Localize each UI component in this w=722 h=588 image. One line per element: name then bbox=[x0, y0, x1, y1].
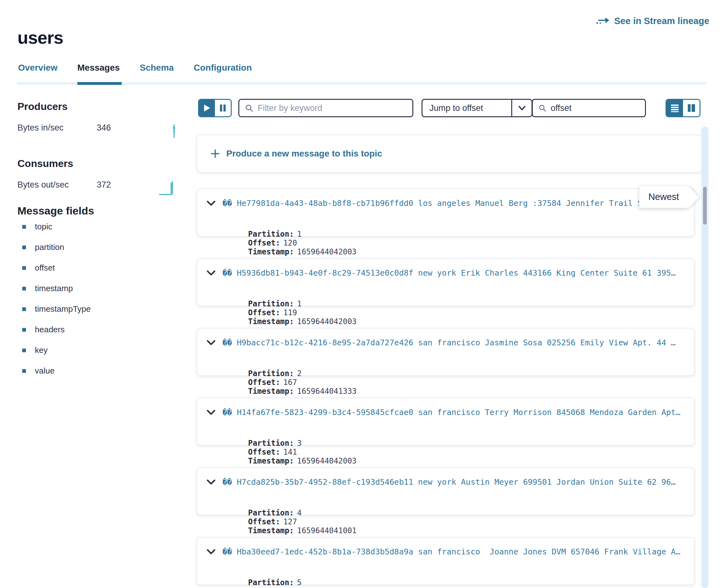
expand-chevron-icon[interactable] bbox=[207, 410, 215, 415]
timestamp-value: 1659644042003 bbox=[297, 457, 356, 465]
bytes-out-row: Bytes out/sec 372 bbox=[17, 180, 178, 197]
page-title: users bbox=[17, 27, 63, 48]
tab-overview[interactable]: Overview bbox=[18, 63, 58, 73]
bytes-out-value: 372 bbox=[97, 180, 111, 190]
field-item-partition[interactable]: partition bbox=[22, 243, 64, 252]
message-summary: �� Hba30eed7-1edc-452b-8b1a-738d3b5d8a9a… bbox=[223, 547, 680, 556]
view-mode-toggle bbox=[665, 99, 700, 117]
play-icon bbox=[203, 104, 211, 112]
message-row[interactable]: �� H9bacc71c-b12c-4216-8e95-2a7da727e426… bbox=[197, 328, 695, 376]
message-row[interactable]: �� Hba30eed7-1edc-452b-8b1a-738d3b5d8a9a… bbox=[197, 537, 695, 585]
lineage-link-label: See in Stream lineage bbox=[614, 16, 709, 26]
message-summary: �� H5936db81-b943-4e0f-8c29-74513e0c0d8f… bbox=[223, 268, 676, 277]
jump-to-offset-select[interactable]: Jump to offset bbox=[421, 99, 533, 117]
produce-message-button[interactable]: Produce a new message to this topic bbox=[197, 135, 702, 173]
filter-input-wrapper bbox=[238, 99, 413, 117]
message-summary: �� H7cda825b-35b7-4952-88ef-c193d546eb11… bbox=[223, 478, 676, 487]
tab-configuration[interactable]: Configuration bbox=[194, 63, 252, 73]
message-row[interactable]: �� H14fa67fe-5823-4299-b3c4-595845cfcae0… bbox=[197, 398, 695, 446]
offset-value: 120 bbox=[283, 238, 297, 248]
search-icon bbox=[538, 104, 546, 112]
message-meta: Partition:5 Offset:163 Timestamp:1659644… bbox=[221, 569, 375, 588]
offset-search-wrapper bbox=[532, 99, 646, 117]
pause-icon bbox=[219, 104, 226, 112]
stream-control-group bbox=[198, 99, 232, 117]
expand-chevron-icon[interactable] bbox=[207, 479, 215, 485]
timestamp-value: 1659644042003 bbox=[297, 317, 356, 326]
offset-value: 127 bbox=[283, 517, 297, 526]
message-summary: �� H9bacc71c-b12c-4216-8e95-2a7da727e426… bbox=[223, 338, 676, 347]
lineage-arrow-icon bbox=[596, 16, 610, 26]
field-item-offset[interactable]: offset bbox=[22, 263, 55, 273]
message-summary: �� H14fa67fe-5823-4299-b3c4-595845cfcae0… bbox=[223, 408, 680, 417]
filter-keyword-input[interactable] bbox=[258, 103, 407, 113]
field-bullet-icon bbox=[22, 246, 26, 249]
field-bullet-icon bbox=[22, 266, 26, 270]
field-bullet-icon bbox=[22, 287, 26, 291]
offset-value: 141 bbox=[283, 448, 297, 457]
chevron-down-icon bbox=[511, 100, 532, 116]
message-list-scrollbar[interactable] bbox=[701, 127, 708, 588]
list-view-icon bbox=[671, 104, 679, 112]
newest-position-tooltip: Newest bbox=[639, 185, 688, 208]
field-item-timestampType[interactable]: timestampType bbox=[22, 304, 91, 314]
tab-schema[interactable]: Schema bbox=[140, 63, 174, 73]
bytes-out-label: Bytes out/sec bbox=[17, 180, 97, 190]
field-item-timestamp[interactable]: timestamp bbox=[22, 284, 73, 293]
field-bullet-icon bbox=[22, 307, 26, 311]
jump-select-value: Jump to offset bbox=[422, 100, 511, 116]
tooltip-arrow bbox=[677, 186, 700, 208]
list-view-button[interactable] bbox=[666, 100, 683, 116]
partition-value: 5 bbox=[297, 578, 302, 587]
offset-search-input[interactable] bbox=[551, 103, 639, 113]
message-row[interactable]: �� He77981da-4a43-48ab-b8f8-cb71b96ffdd0… bbox=[197, 189, 695, 237]
partition-value: 4 bbox=[297, 508, 302, 517]
field-bullet-icon bbox=[22, 349, 26, 352]
field-item-key[interactable]: key bbox=[22, 345, 47, 355]
message-row[interactable]: �� H5936db81-b943-4e0f-8c29-74513e0c0d8f… bbox=[197, 258, 695, 306]
consumers-heading: Consumers bbox=[17, 158, 73, 169]
bytes-in-value: 346 bbox=[97, 123, 111, 133]
expand-chevron-icon[interactable] bbox=[207, 270, 215, 276]
producers-heading: Producers bbox=[17, 101, 67, 112]
field-bullet-icon bbox=[22, 328, 26, 332]
bytes-out-sparkline bbox=[159, 180, 178, 197]
scrollbar-thumb[interactable] bbox=[702, 186, 707, 225]
field-item-topic[interactable]: topic bbox=[22, 222, 52, 232]
partition-value: 1 bbox=[297, 299, 302, 308]
column-view-icon bbox=[687, 104, 696, 112]
field-item-headers[interactable]: headers bbox=[22, 325, 65, 335]
timestamp-value: 1659644041001 bbox=[297, 526, 356, 535]
partition-value: 3 bbox=[297, 439, 302, 448]
produce-message-label: Produce a new message to this topic bbox=[226, 149, 382, 159]
field-bullet-icon bbox=[22, 225, 26, 229]
offset-value: 119 bbox=[283, 308, 297, 317]
active-tab-indicator bbox=[77, 82, 122, 85]
bytes-in-row: Bytes in/sec 346 bbox=[17, 123, 178, 140]
tab-messages[interactable]: Messages bbox=[77, 63, 120, 73]
message-summary: �� He77981da-4a43-48ab-b8f8-cb71b96ffdd0… bbox=[223, 198, 642, 208]
topic-messages-page: users See in Stream lineage Overview Mes… bbox=[0, 0, 722, 588]
partition-value: 2 bbox=[297, 369, 302, 378]
pause-button[interactable] bbox=[215, 100, 231, 116]
play-button[interactable] bbox=[199, 100, 215, 116]
expand-chevron-icon[interactable] bbox=[207, 549, 215, 555]
timestamp-value: 1659644041333 bbox=[297, 387, 356, 396]
expand-chevron-icon[interactable] bbox=[207, 340, 215, 345]
offset-value: 167 bbox=[283, 378, 297, 387]
partition-value: 1 bbox=[297, 230, 302, 238]
plus-icon bbox=[210, 149, 220, 159]
timestamp-value: 1659644042003 bbox=[297, 248, 356, 256]
bytes-in-label: Bytes in/sec bbox=[17, 123, 97, 133]
newest-label: Newest bbox=[648, 192, 679, 202]
field-item-value[interactable]: value bbox=[22, 366, 55, 376]
expand-chevron-icon[interactable] bbox=[207, 201, 215, 206]
message-fields-heading: Message fields bbox=[17, 205, 94, 217]
bytes-in-sparkline bbox=[164, 123, 178, 140]
field-bullet-icon bbox=[22, 369, 26, 373]
search-icon bbox=[245, 104, 253, 112]
message-row[interactable]: �� H7cda825b-35b7-4952-88ef-c193d546eb11… bbox=[197, 467, 695, 516]
stream-lineage-link[interactable]: See in Stream lineage bbox=[596, 16, 709, 26]
column-view-button[interactable] bbox=[683, 100, 700, 116]
